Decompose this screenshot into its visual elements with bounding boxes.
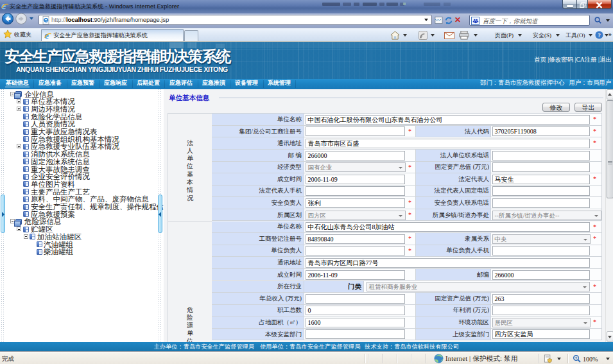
svg-text:?: ? bbox=[598, 32, 601, 39]
svg-text:e: e bbox=[1, 2, 6, 10]
svg-text:e: e bbox=[44, 31, 49, 40]
